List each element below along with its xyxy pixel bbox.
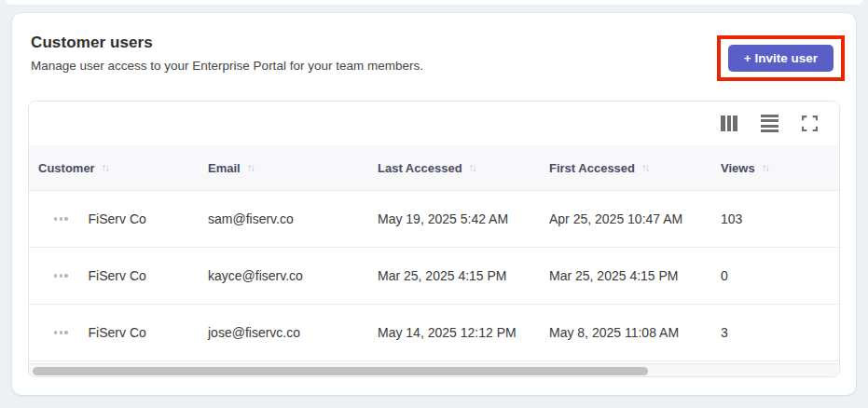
customer-cell: FiServ Co [89, 211, 146, 226]
top-edge-element [6, 0, 862, 5]
row-menu-icon[interactable] [54, 211, 68, 226]
table-row[interactable]: FiServ Co sam@fiserv.co May 19, 2025 5:4… [29, 191, 839, 248]
table-header-row: Customer ↑↓ Email ↑↓ Last Accessed ↑↓ Fi… [29, 145, 839, 191]
sort-icon[interactable]: ↑↓ [762, 162, 769, 173]
fullscreen-icon[interactable] [800, 115, 819, 133]
sort-icon[interactable]: ↑↓ [247, 162, 255, 173]
table-toolbar [29, 102, 839, 145]
row-menu-icon[interactable] [54, 325, 68, 340]
first-accessed-cell: May 8, 2025 11:08 AM [540, 325, 711, 340]
row-menu-icon[interactable] [54, 268, 68, 283]
list-view-icon[interactable] [760, 115, 778, 133]
customer-users-card: Customer users Manage user access to you… [12, 13, 856, 395]
last-accessed-cell: May 14, 2025 12:12 PM [368, 325, 540, 340]
customer-cell: FiServ Co [89, 268, 146, 283]
views-cell: 3 [711, 325, 839, 340]
views-cell: 0 [711, 268, 839, 283]
column-header-views[interactable]: Views ↑↓ [711, 161, 839, 175]
columns-view-icon[interactable] [720, 115, 738, 133]
sort-icon[interactable]: ↑↓ [469, 162, 476, 173]
views-cell: 103 [711, 211, 839, 226]
column-header-customer[interactable]: Customer ↑↓ [29, 161, 199, 175]
column-header-email[interactable]: Email ↑↓ [199, 161, 368, 175]
last-accessed-cell: May 19, 2025 5:42 AM [368, 211, 540, 226]
first-accessed-cell: Mar 25, 2025 4:15 PM [540, 268, 711, 283]
customer-cell: FiServ Co [89, 325, 146, 340]
first-accessed-cell: Apr 25, 2025 10:47 AM [540, 211, 711, 226]
users-table: Customer ↑↓ Email ↑↓ Last Accessed ↑↓ Fi… [28, 101, 840, 377]
horizontal-scrollbar[interactable] [29, 363, 839, 376]
table-row[interactable]: FiServ Co kayce@fiserv.co Mar 25, 2025 4… [29, 248, 839, 305]
last-accessed-cell: Mar 25, 2025 4:15 PM [368, 268, 540, 283]
invite-user-button[interactable]: + Invite user [728, 45, 834, 72]
table-row[interactable]: FiServ Co jose@fiservc.co May 14, 2025 1… [29, 305, 839, 361]
scrollbar-thumb[interactable] [33, 367, 648, 375]
highlight-annotation-box: + Invite user [717, 35, 845, 81]
sort-icon[interactable]: ↑↓ [641, 162, 649, 173]
email-cell: kayce@fiserv.co [199, 268, 368, 283]
email-cell: jose@fiservc.co [199, 325, 368, 340]
column-header-first-accessed[interactable]: First Accessed ↑↓ [540, 161, 711, 175]
sort-icon[interactable]: ↑↓ [102, 162, 109, 173]
email-cell: sam@fiserv.co [199, 211, 368, 226]
column-header-last-accessed[interactable]: Last Accessed ↑↓ [368, 161, 540, 175]
